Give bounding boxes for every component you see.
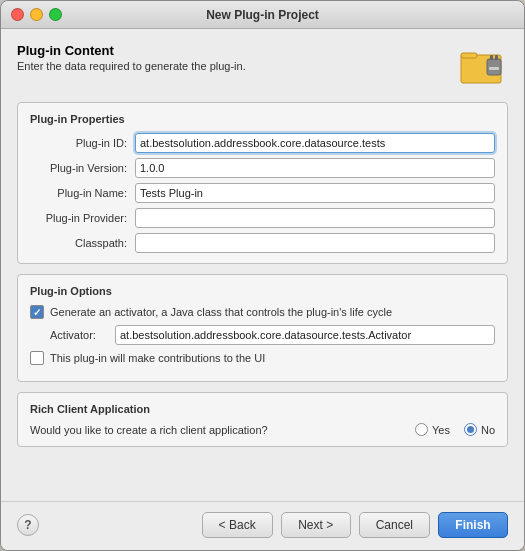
plugin-properties-title: Plug-in Properties [30, 113, 495, 125]
back-button-label: < Back [219, 518, 256, 532]
svg-rect-1 [461, 53, 477, 58]
radio-yes-circle[interactable] [415, 423, 428, 436]
radio-no-label: No [481, 424, 495, 436]
window-title: New Plug-in Project [206, 8, 319, 22]
plugin-name-row: Plug-in Name: [30, 183, 495, 203]
plugin-id-row: Plug-in ID: [30, 133, 495, 153]
cancel-button[interactable]: Cancel [359, 512, 430, 538]
plugin-options-section: Plug-in Options Generate an activator, a… [17, 274, 508, 382]
header: Plug-in Content Enter the data required … [17, 43, 508, 88]
radio-yes[interactable]: Yes [415, 423, 450, 436]
back-button[interactable]: < Back [202, 512, 273, 538]
plugin-id-label: Plug-in ID: [30, 137, 135, 149]
ui-contributions-label: This plug-in will make contributions to … [50, 352, 265, 364]
plugin-name-label: Plug-in Name: [30, 187, 135, 199]
folder-plugin-icon [459, 45, 507, 87]
rich-client-title: Rich Client Application [30, 403, 495, 415]
activator-row: Activator: [30, 325, 495, 345]
radio-group: Yes No [415, 423, 495, 436]
rca-question: Would you like to create a rich client a… [30, 424, 268, 436]
footer-buttons: < Back Next > Cancel Finish [202, 512, 508, 538]
window-controls [11, 8, 62, 21]
ui-contributions-checkbox[interactable] [30, 351, 44, 365]
plugin-options-title: Plug-in Options [30, 285, 495, 297]
generate-activator-row: Generate an activator, a Java class that… [30, 305, 495, 319]
classpath-input[interactable] [135, 233, 495, 253]
title-bar: New Plug-in Project [1, 1, 524, 29]
rca-row: Would you like to create a rich client a… [30, 423, 495, 436]
maximize-button[interactable] [49, 8, 62, 21]
plugin-name-input[interactable] [135, 183, 495, 203]
activator-input[interactable] [115, 325, 495, 345]
content-area: Plug-in Content Enter the data required … [1, 29, 524, 501]
plugin-version-label: Plug-in Version: [30, 162, 135, 174]
classpath-row: Classpath: [30, 233, 495, 253]
header-icon [458, 43, 508, 88]
svg-rect-5 [489, 67, 499, 70]
radio-no[interactable]: No [464, 423, 495, 436]
activator-label: Activator: [50, 329, 115, 341]
footer-left: ? [17, 514, 39, 536]
radio-yes-label: Yes [432, 424, 450, 436]
finish-button[interactable]: Finish [438, 512, 508, 538]
classpath-label: Classpath: [30, 237, 135, 249]
footer: ? < Back Next > Cancel Finish [1, 501, 524, 550]
generate-activator-checkbox[interactable] [30, 305, 44, 319]
plugin-provider-row: Plug-in Provider: [30, 208, 495, 228]
generate-activator-label: Generate an activator, a Java class that… [50, 306, 392, 318]
plugin-version-input[interactable] [135, 158, 495, 178]
svg-rect-3 [490, 55, 493, 60]
ui-contributions-row: This plug-in will make contributions to … [30, 351, 495, 365]
plugin-provider-input[interactable] [135, 208, 495, 228]
plugin-id-input[interactable] [135, 133, 495, 153]
page-subtitle: Enter the data required to generate the … [17, 60, 246, 72]
next-button-label: Next > [298, 518, 333, 532]
plugin-provider-label: Plug-in Provider: [30, 212, 135, 224]
page-title: Plug-in Content [17, 43, 246, 58]
rich-client-section: Rich Client Application Would you like t… [17, 392, 508, 447]
close-button[interactable] [11, 8, 24, 21]
finish-button-label: Finish [455, 518, 490, 532]
header-text: Plug-in Content Enter the data required … [17, 43, 246, 72]
svg-rect-4 [495, 55, 498, 60]
main-window: New Plug-in Project Plug-in Content Ente… [0, 0, 525, 551]
radio-no-circle[interactable] [464, 423, 477, 436]
minimize-button[interactable] [30, 8, 43, 21]
cancel-button-label: Cancel [376, 518, 413, 532]
plugin-properties-section: Plug-in Properties Plug-in ID: Plug-in V… [17, 102, 508, 264]
next-button[interactable]: Next > [281, 512, 351, 538]
plugin-version-row: Plug-in Version: [30, 158, 495, 178]
help-button[interactable]: ? [17, 514, 39, 536]
